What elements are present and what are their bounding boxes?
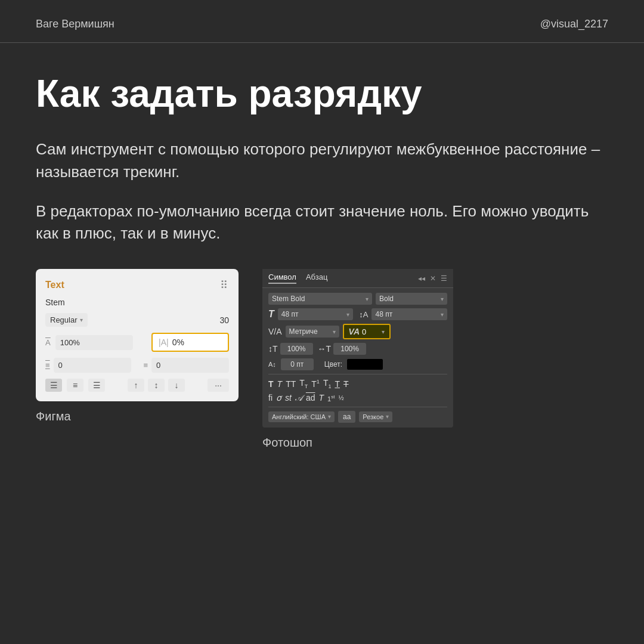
figma-scale-value: 100% [60, 338, 80, 347]
figma-scale-field[interactable]: 100% [55, 335, 133, 350]
photoshop-label: Фотошоп [262, 436, 453, 450]
figma-tracking-row: A 100% |A| 0% [45, 333, 229, 352]
leading-icon: ↕A [359, 310, 368, 319]
line-spacing-icon: ≡ [45, 361, 50, 370]
collapse-icon[interactable]: ◂◂ [418, 274, 425, 283]
ps-style-dropdown[interactable]: Bold ▾ [376, 293, 447, 305]
ps-baseline-input[interactable]: 0 пт [281, 358, 314, 370]
figma-size-value: 30 [219, 315, 229, 325]
swash-glyph[interactable]: 𝒜 [295, 393, 302, 403]
strikethrough-glyph[interactable]: T [343, 379, 349, 389]
ps-antialiasing-value: Резкое [363, 413, 383, 420]
align-left-button[interactable]: ☰ [45, 379, 62, 392]
ps-font-style: Bold [379, 295, 394, 303]
ps-kerning-dropdown[interactable]: Метриче ▾ [286, 326, 339, 338]
ps-scale-row: ↕T 100% ↔T 100% [268, 343, 447, 355]
ps-panel-controls: ◂◂ ✕ ☰ [418, 274, 447, 283]
tab-paragraph[interactable]: Абзац [306, 273, 327, 284]
chevron-down-icon: ▾ [382, 329, 385, 335]
figma-style-select[interactable]: Regular ▾ [45, 313, 88, 327]
ps-aa-button[interactable]: аа [338, 411, 355, 423]
fraction-glyph[interactable]: ½ [338, 394, 343, 401]
ps-panel-header: Символ Абзац ◂◂ ✕ ☰ [262, 269, 453, 288]
chevron-down-icon: ▾ [328, 413, 331, 420]
small-caps-glyph[interactable]: TT [299, 378, 308, 389]
close-icon[interactable]: ✕ [430, 274, 436, 283]
more-options-button[interactable]: ··· [208, 379, 229, 392]
menu-icon[interactable]: ☰ [441, 274, 447, 283]
tracking-cursor-icon: |A| [159, 338, 169, 347]
overline-glyph[interactable]: ad [306, 393, 315, 402]
ps-antialiasing-dropdown[interactable]: Резкое ▾ [359, 411, 392, 422]
body-paragraph-1: Сам инструмент с помощью которого регули… [36, 138, 608, 183]
ps-color-swatch[interactable] [347, 359, 383, 370]
ps-font-dropdown[interactable]: Stem Bold ▾ [268, 293, 372, 305]
figma-spacing-row: ≡ 0 ≡ 0 [45, 358, 229, 373]
ps-footer-row: Английский: США ▾ аа Резкое ▾ [268, 411, 447, 423]
author-name: Ваге Вермишян [36, 18, 114, 30]
valign-mid-button[interactable]: ↕ [148, 379, 165, 392]
discretionary-lig[interactable]: T [318, 393, 324, 402]
superscript-glyph[interactable]: T1 [311, 379, 320, 389]
figma-panel-title: Text [45, 280, 64, 290]
all-caps-glyph[interactable]: TT [286, 379, 296, 389]
align-right-button[interactable]: ☰ [88, 379, 105, 392]
ps-language-dropdown[interactable]: Английский: США ▾ [268, 411, 335, 422]
ps-divider-2 [268, 407, 447, 407]
baseline-icon: A↕ [268, 361, 276, 368]
figma-para-spacing-value: 0 [156, 361, 160, 370]
ps-glyph-styles-row: T T TT TT T1 T1 T T [268, 378, 447, 389]
figma-align-buttons: ☰ ≡ ☰ [45, 379, 105, 392]
underline-glyph[interactable]: T [335, 379, 340, 389]
ps-baseline-value: 0 пт [290, 360, 304, 369]
ps-language-value: Английский: США [272, 413, 326, 420]
ps-baseline-color-row: A↕ 0 пт Цвет: [268, 358, 447, 370]
chevron-down-icon: ▾ [366, 296, 369, 302]
color-label: Цвет: [324, 360, 342, 369]
screenshots-row: Text ⠿ Stem Regular ▾ 30 A 100% [36, 269, 608, 450]
horizontal-scale-icon: ↔T [318, 344, 332, 354]
ps-divider-1 [268, 374, 447, 374]
figma-paragraph-spacing: ≡ 0 [143, 358, 229, 373]
ps-horizontal-scale-value: 100% [340, 345, 359, 353]
ps-tracking-value: 0 [362, 327, 366, 336]
valign-bot-button[interactable]: ↓ [168, 379, 185, 392]
subscript-glyph[interactable]: T1 [323, 378, 332, 389]
valign-top-button[interactable]: ↑ [128, 379, 144, 392]
chevron-down-icon: ▾ [80, 317, 83, 323]
chevron-down-icon: ▾ [386, 413, 389, 420]
ligature-fi[interactable]: fi [268, 393, 273, 402]
ornament-glyph[interactable]: st [285, 393, 292, 402]
ps-size1-value: 48 пт [281, 310, 299, 318]
ps-panel-body: Stem Bold ▾ Bold ▾ T 48 пт ▾ [262, 288, 453, 428]
size-T-icon: T [268, 309, 274, 320]
tab-symbol[interactable]: Символ [268, 273, 296, 284]
ps-horizontal-scale-input[interactable]: 100% [333, 343, 366, 355]
chevron-down-icon: ▾ [346, 311, 349, 318]
figma-line-spacing-value: 0 [58, 361, 63, 370]
ps-size1-dropdown[interactable]: 48 пт ▾ [278, 308, 354, 320]
ps-vertical-scale-input[interactable]: 100% [280, 343, 313, 355]
scale-label-icon: A [45, 338, 51, 347]
ps-font-row: Stem Bold ▾ Bold ▾ [268, 293, 447, 305]
main-content: Как задать разрядку Сам инструмент с пом… [0, 43, 644, 473]
superscript-num[interactable]: 1st [327, 394, 335, 402]
align-center-button[interactable]: ≡ [67, 379, 83, 392]
bold-glyph[interactable]: T [268, 379, 274, 389]
figma-para-spacing-field[interactable]: 0 [151, 358, 229, 373]
body-paragraph-2: В редакторах по-умолчанию всегда стоит з… [36, 200, 608, 245]
social-handle: @visual_2217 [540, 18, 608, 30]
italic-glyph[interactable]: T [277, 379, 283, 389]
paragraph-spacing-icon: ≡ [143, 361, 148, 370]
ps-tracking-input[interactable]: VA 0 ▾ [343, 324, 391, 339]
figma-line-spacing-field[interactable]: 0 [54, 358, 131, 373]
ps-size2-dropdown[interactable]: 48 пт ▾ [371, 308, 447, 320]
tracking-VA-small-icon: VA [349, 327, 360, 336]
photoshop-screenshot-container: Символ Абзац ◂◂ ✕ ☰ Stem Bold ▾ [262, 269, 453, 450]
figma-screenshot-container: Text ⠿ Stem Regular ▾ 30 A 100% [36, 269, 239, 423]
figma-line-spacing: ≡ 0 [45, 358, 131, 373]
oldstyle-fig[interactable]: ơ [276, 393, 281, 402]
figma-style-value: Regular [50, 315, 78, 324]
figma-tracking-field[interactable]: |A| 0% [151, 333, 229, 352]
figma-options-icon[interactable]: ⠿ [220, 278, 229, 292]
